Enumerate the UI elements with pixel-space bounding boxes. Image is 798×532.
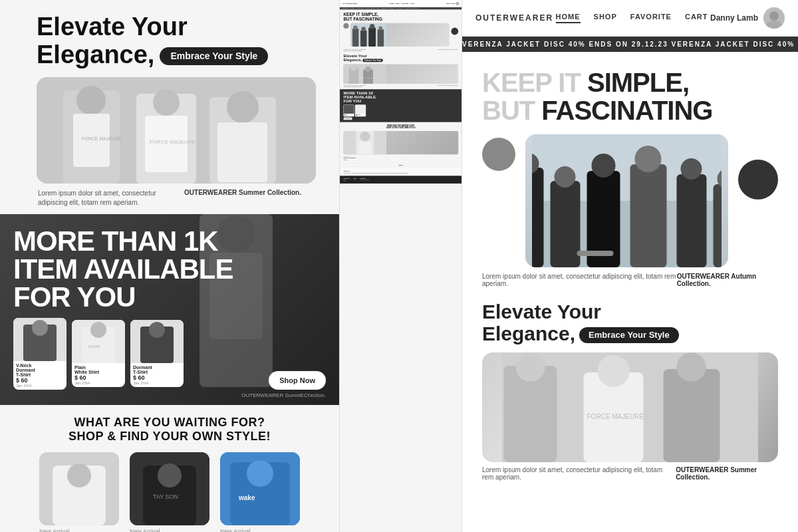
gray-circle-left (482, 138, 515, 171)
mid-prod-img-1 (343, 104, 354, 114)
product-card-2[interactable]: PLAIN PlainWhite Shirt $ 60 Jan 2%4 (72, 320, 125, 387)
svg-point-40 (361, 27, 365, 31)
mid-arrival-arrow-1: › (458, 157, 459, 158)
mid-prod-info-2: White Shirt $ 60 (355, 114, 366, 116)
bottom-tag-1: New Arrival (39, 528, 119, 532)
product-card-1[interactable]: V-NeckDormantT-Shirt $ 60 Jan 2%4 (13, 318, 66, 390)
svg-point-34 (247, 460, 273, 487)
svg-rect-39 (360, 31, 366, 47)
svg-point-56 (769, 11, 779, 21)
mid-prod-img-2 (355, 104, 366, 114)
right-panel: OUTERWEARER HOME SHOP FAVORITE CART Dann… (462, 0, 798, 532)
right-content: KEEP IT SIMPLE, BUT FASCINATING (462, 52, 798, 532)
svg-point-6 (153, 89, 180, 116)
bottom-product-1[interactable]: New Arrival Hoodie Clothing's › $ 300 (39, 452, 119, 532)
elevate-title: Elevate YourElegance,Embrace Your Style (482, 301, 778, 344)
bottom-tag-2: New Arrival (130, 528, 209, 532)
mid-waiting: WHAT ARE YOU WAITING FOR?SHOP & FIND YOU… (340, 122, 462, 132)
svg-point-80 (677, 352, 706, 382)
mid-user: Danny Lamb (446, 2, 459, 5)
svg-point-30 (158, 464, 182, 487)
right-hero-text: KEEP IT SIMPLE, BUT FASCINATING (482, 68, 778, 124)
hero-svg: FORCE MAJEURE FORCE MAJEURE (37, 77, 316, 184)
mid-nav-cart: CART (410, 3, 414, 4)
svg-point-75 (516, 352, 545, 382)
product-info-2: PlainWhite Shirt $ 60 Jan 2%4 (72, 363, 125, 387)
svg-point-65 (592, 154, 616, 178)
mid-nav-home: HOME (390, 3, 394, 4)
nav-cart[interactable]: CART (685, 13, 708, 23)
mid-footer-terms: Terms & Conditions (360, 180, 369, 181)
bottom-tag-3: New Arrival (220, 528, 300, 532)
svg-point-17 (32, 320, 48, 336)
right-logo: OUTERWEARER (475, 13, 553, 23)
svg-point-67 (635, 146, 662, 172)
svg-point-53 (360, 132, 370, 142)
mid-hero-row (340, 22, 462, 48)
bottom-product-2[interactable]: TAY SON New Arrival Plain Dormant T-Shir… (130, 452, 209, 532)
svg-point-20 (90, 322, 106, 338)
mid-nav-links: HOME SHOP FAVORITE CART (390, 3, 414, 4)
hero-caption-label: OUTERWEARER Summer Collection. (184, 189, 301, 196)
mid-footer: Contact Us Email Phone Help FAQ Company … (340, 176, 462, 184)
right-caption: Lorem ipsum dolor sit amet, consectetur … (482, 273, 778, 287)
nav-shop[interactable]: SHOP (594, 13, 617, 23)
svg-rect-72 (577, 251, 614, 256)
svg-point-2 (76, 86, 106, 115)
mid-elevate: Elevate YourElegance,Embrace Your Style (340, 52, 462, 64)
svg-rect-68 (677, 174, 707, 267)
svg-text:FORCE MAJEURE: FORCE MAJEURE (82, 136, 122, 141)
hero-image: FORCE MAJEURE FORCE MAJEURE (37, 77, 316, 184)
mid-prod-2: White Shirt $ 60 (355, 104, 366, 116)
mid-footer-contact-title: Contact Us (343, 178, 350, 179)
mid-footer-company-title: Company (360, 178, 369, 179)
mid-spacer (453, 23, 456, 27)
product-price-1: $ 60 (16, 377, 64, 384)
product-price-3: $ 60 (133, 374, 181, 381)
left-panel: Elevate YourElegance,Embrace Your Style … (0, 0, 339, 532)
svg-rect-54 (358, 142, 371, 154)
elevate-section: Elevate YourElegance,Embrace Your Style (482, 301, 778, 344)
right-caption-text: Lorem ipsum dolor sit amet, consectetur … (482, 273, 677, 287)
product-name-1: V-NeckDormantT-Shirt (16, 363, 64, 377)
mid-elevate-title: Elevate YourElegance,Embrace Your Style (343, 54, 458, 63)
right-col-end (738, 134, 778, 200)
svg-text:FORCE MAJEURE: FORCE MAJEURE (587, 413, 644, 420)
product-sub-2: Jan 2%4 (74, 381, 122, 385)
product-info-3: DormantT-Shirt $ 60 Jan 2%4 (130, 363, 184, 387)
shop-now-button[interactable]: Shop Now (269, 371, 326, 390)
right-col-spacer (748, 134, 768, 154)
nav-home[interactable]: HOME (556, 13, 581, 23)
banner-footer: OUTERWEARER SummECt'ection. (13, 392, 326, 398)
left-hero-section: Elevate YourElegance,Embrace Your Style … (0, 0, 339, 207)
svg-point-49 (365, 66, 371, 72)
mid-see-all-btn[interactable]: See All (343, 163, 458, 166)
product-name-3: DormantT-Shirt (133, 365, 181, 374)
waiting-section: WHAT ARE YOU WAITING FOR?SHOP & FIND YOU… (0, 405, 339, 532)
hero-caption: Lorem ipsum dolor sit amet, consectetur … (37, 189, 303, 207)
nav-favorite[interactable]: FAVORITE (630, 13, 672, 23)
product-card-3[interactable]: DormantT-Shirt $ 60 Jan 2%4 (130, 320, 184, 387)
mid-arrival-price-1: $ 300 (343, 159, 458, 160)
mid-hero-text: KEEP IT SIMPLE, BUT FASCINATING (340, 9, 462, 21)
right-bottom-caption-label: OUTERWEARER Summer Collection. (676, 466, 778, 481)
bottom-product-3[interactable]: wake New Arrival Skynthe Skyler Hoodie › (220, 452, 300, 532)
mid-nav: OUTERWEARER HOME SHOP FAVORITE CART Dann… (340, 0, 462, 7)
product-img-2: PLAIN (72, 320, 125, 363)
mid-banner: MORE THAN 1KITEM AVAILABLEFOR YOU V-Neck… (340, 89, 462, 122)
product-sub-3: Jan 2%4 (133, 381, 181, 385)
svg-point-38 (353, 25, 357, 29)
svg-rect-60 (532, 168, 544, 267)
mid-footer-faq: FAQ (354, 180, 356, 181)
right-user: Danny Lamb (710, 7, 785, 29)
product-info-1: V-NeckDormantT-Shirt $ 60 Jan 2%4 (13, 361, 66, 390)
svg-point-63 (555, 166, 576, 188)
svg-rect-43 (378, 29, 384, 47)
right-marquee: VERENZA JACKET DISC 40% ENDS ON 29.12.23… (462, 37, 798, 52)
mid-caption-text: Lorem ipsum dolor sit amet, consectetura… (343, 49, 366, 51)
mid-new-arrival-1: New Arrival Hoodie Clothing's › $ 300 (340, 154, 462, 162)
right-nav: OUTERWEARER HOME SHOP FAVORITE CART Dann… (462, 0, 798, 37)
dark-circle-right (738, 160, 778, 200)
banner-title: MORE THAN 1KITEM AVAILABLEFOR YOU (13, 227, 326, 311)
mid-shop-btn[interactable]: Shop Now (343, 118, 352, 120)
